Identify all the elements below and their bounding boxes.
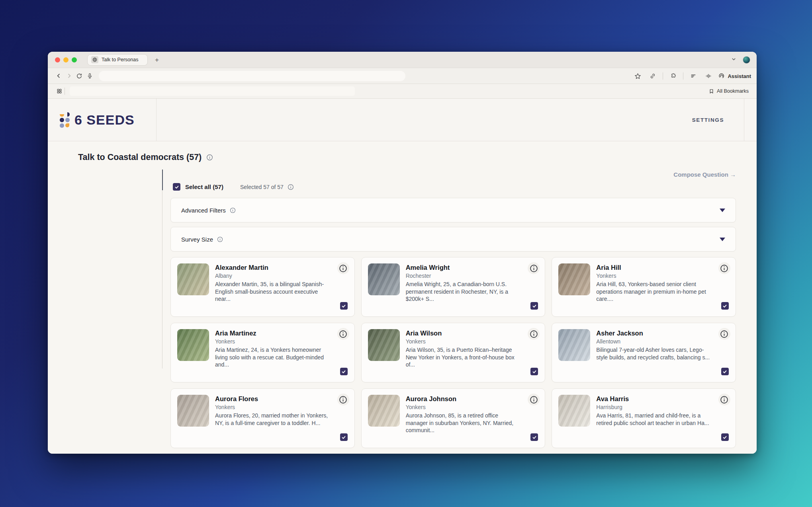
participant-checkbox[interactable] (721, 368, 729, 375)
participant-card[interactable]: Alexander Martin Albany Alexander Martin… (170, 257, 355, 317)
profile-avatar[interactable] (743, 56, 750, 64)
sidebar-item[interactable] (78, 302, 162, 324)
participant-checkbox[interactable] (340, 433, 348, 441)
info-icon[interactable] (206, 154, 213, 161)
close-window-button[interactable] (55, 57, 60, 62)
assistant-button[interactable]: Assistant (718, 73, 751, 79)
sidebar-item[interactable] (78, 237, 162, 259)
new-tab-button[interactable]: + (155, 57, 159, 63)
participant-checkbox[interactable] (721, 302, 729, 310)
app-header: 6 SEEDS SETTINGS (48, 99, 757, 141)
back-icon[interactable] (53, 71, 64, 81)
participant-description: Ava Harris, 81, married and child-free, … (596, 412, 710, 427)
reading-list-icon[interactable] (688, 71, 699, 81)
page-content: Talk to Coastal democrats (57) Compose Q… (48, 141, 757, 454)
app-logo[interactable]: 6 SEEDS (60, 112, 135, 128)
participant-description: Amelia Wright, 25, a Canadian-born U.S. … (406, 281, 520, 303)
participant-info-button[interactable] (337, 262, 349, 274)
microphone-icon[interactable] (84, 71, 95, 81)
participant-checkbox[interactable] (721, 433, 729, 441)
participants-grid: Alexander Martin Albany Alexander Martin… (170, 257, 736, 448)
participant-checkbox[interactable] (530, 302, 538, 310)
participant-description: Aurora Flores, 20, married mother in Yon… (215, 412, 329, 427)
participant-name: Amelia Wright (406, 263, 520, 272)
participant-card[interactable]: Aurora Johnson Yonkers Aurora Johnson, 8… (361, 388, 546, 448)
participant-card[interactable]: Aria Martinez Yonkers Aria Martinez, 24,… (170, 323, 355, 382)
participant-card[interactable]: Aria Hill Yonkers Aria Hill, 63, Yonkers… (552, 257, 736, 317)
survey-size-accordion[interactable]: Survey Size (170, 227, 736, 252)
participant-info-button[interactable] (718, 328, 730, 340)
chevron-down-icon[interactable] (720, 209, 725, 212)
participant-city: Harrisburg (596, 404, 710, 411)
participant-card[interactable]: Aurora Flores Yonkers Aurora Flores, 20,… (170, 388, 355, 448)
info-icon[interactable] (217, 236, 223, 242)
selected-count: Selected 57 of 57 (240, 184, 284, 190)
participant-description: Aria Wilson, 35, is a Puerto Rican–herit… (406, 346, 520, 369)
extensions-puzzle-icon[interactable] (668, 71, 678, 81)
participant-card[interactable]: Aria Wilson Yonkers Aria Wilson, 35, is … (361, 323, 546, 382)
sidebar-item[interactable] (78, 171, 162, 193)
participant-info-button[interactable] (337, 328, 349, 340)
sidebar-item[interactable] (78, 346, 162, 368)
settings-button[interactable]: SETTINGS (692, 117, 724, 123)
participant-photo (368, 395, 400, 427)
active-step-indicator (162, 170, 163, 190)
chevron-down-icon[interactable] (720, 238, 725, 241)
participant-name: Aurora Johnson (406, 395, 520, 403)
participant-checkbox[interactable] (340, 368, 348, 375)
participant-photo (177, 329, 209, 361)
bookmark-flag-icon (709, 89, 714, 94)
sidebar-items (78, 171, 162, 368)
apps-grid-icon[interactable] (54, 86, 65, 96)
minimize-window-button[interactable] (63, 57, 68, 62)
participant-photo (368, 329, 400, 361)
participant-city: Rochester (406, 272, 520, 280)
participant-info-button[interactable] (718, 262, 730, 274)
sidebar-item[interactable] (78, 324, 162, 346)
sidebar-item[interactable] (78, 259, 162, 281)
address-bar[interactable] (99, 71, 405, 81)
traffic-lights (55, 57, 77, 62)
info-icon[interactable] (230, 207, 236, 213)
advanced-filters-accordion[interactable]: Advanced Filters (170, 198, 736, 222)
participant-photo (368, 263, 400, 295)
copy-link-icon[interactable] (648, 71, 658, 81)
participant-checkbox[interactable] (530, 433, 538, 441)
sidebar-item[interactable] (78, 193, 162, 215)
participant-name: Aria Hill (596, 263, 710, 272)
participant-card[interactable]: Amelia Wright Rochester Amelia Wright, 2… (361, 257, 546, 317)
bookmarks-strip (70, 86, 355, 96)
header-divider (156, 99, 157, 141)
participant-card[interactable]: Asher Jackson Allentown Bilingual 7-year… (552, 323, 736, 382)
participant-card[interactable]: Ava Harris Harrisburg Ava Harris, 81, ma… (552, 388, 736, 448)
sidebar-waveform-icon[interactable] (703, 71, 714, 81)
participant-info-button[interactable] (718, 394, 730, 406)
sidebar-item[interactable] (78, 215, 162, 237)
bookmarks-bar: All Bookmarks (48, 84, 757, 99)
select-participants-panel: Compose Question → Select all (57) Selec… (170, 171, 736, 448)
wizard-sidebar (78, 171, 162, 372)
zoom-window-button[interactable] (72, 57, 77, 62)
bookmark-star-icon[interactable] (632, 71, 643, 81)
chevron-down-icon[interactable] (731, 56, 736, 63)
compose-question-link[interactable]: Compose Question → (673, 171, 736, 180)
participant-checkbox[interactable] (340, 302, 348, 310)
select-all-checkbox[interactable] (173, 183, 180, 191)
participant-city: Allentown (596, 338, 710, 345)
app-logo-text: 6 SEEDS (74, 112, 135, 128)
sidebar-item[interactable] (78, 281, 162, 302)
bookmarks-divider (65, 88, 65, 95)
forward-icon[interactable] (64, 71, 74, 81)
participant-description: Alexander Martin, 35, is a bilingual Spa… (215, 281, 329, 303)
participant-checkbox[interactable] (530, 368, 538, 375)
participant-info-button[interactable] (337, 394, 349, 406)
info-icon[interactable] (288, 184, 294, 190)
participant-name: Alexander Martin (215, 263, 329, 272)
seeds-logo-icon (60, 112, 70, 128)
all-bookmarks-button[interactable]: All Bookmarks (709, 88, 749, 94)
reload-icon[interactable] (74, 71, 84, 81)
browser-tab[interactable]: Talk to Personas (87, 54, 148, 66)
browser-navbar: Assistant (48, 68, 757, 84)
participant-city: Albany (215, 272, 329, 280)
accordion-label: Survey Size (181, 236, 213, 243)
